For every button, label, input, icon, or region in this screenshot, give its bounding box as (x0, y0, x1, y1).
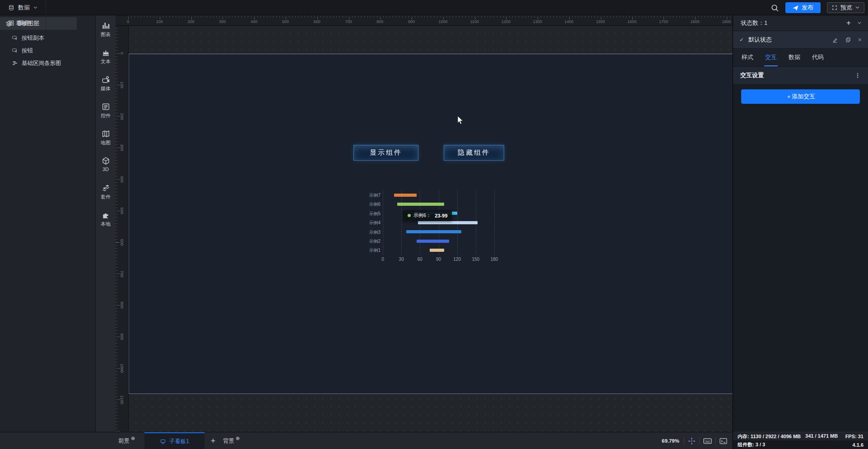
text-icon (102, 47, 110, 57)
state-count-row: 状态数：1 + (733, 15, 868, 31)
layer-item-label: 基础区间条形图 (22, 60, 61, 67)
add-board-button[interactable]: + (205, 432, 221, 449)
edit-pen-icon[interactable] (832, 37, 838, 43)
chart-category-label: 示例2 (363, 238, 381, 245)
keyboard-shortcuts-icon[interactable] (700, 437, 715, 444)
add-interaction-button[interactable]: ＋添加交互 (741, 89, 860, 104)
menu-ops[interactable]: 操作 (0, 15, 46, 31)
version-label: 4.1.6 (853, 442, 863, 448)
hide-component-button[interactable]: 隐藏组件 (444, 145, 504, 161)
map-icon (102, 128, 110, 138)
add-state-button[interactable]: + (846, 19, 851, 28)
chart-tooltip: 示例6： 23-99 (403, 210, 452, 221)
app-window: 项目数据操作 发布 预览 看板图层 按钮副本按钮基础区间条形图 图表文本媒体控件… (0, 0, 868, 449)
chart-axis-tick-label: 90 (436, 257, 441, 262)
sub-board-label: 子看板1 (169, 438, 189, 445)
kebab-menu-icon[interactable]: ⋮ (854, 72, 861, 79)
fit-to-screen-icon[interactable] (684, 437, 699, 445)
layer-panel: 看板图层 按钮副本按钮基础区间条形图 (0, 15, 95, 432)
chart-bar[interactable] (406, 230, 461, 233)
memory-stats-row: 内存: 1130 / 2922 / 4096 MB 341 / 1471 MB … (733, 432, 868, 440)
tool-地图[interactable]: 地图 (96, 128, 116, 155)
layer-item-label: 按钮 (22, 47, 33, 55)
media-icon (102, 74, 110, 84)
canvas-viewport[interactable]: 0100200300400500600700800900100011001200… (116, 15, 733, 432)
tool-label: 图表 (101, 31, 111, 38)
chart-bar[interactable] (397, 203, 444, 206)
chart-bar[interactable] (430, 249, 444, 252)
add-interaction-label: ＋添加交互 (786, 93, 815, 101)
layer-item[interactable]: 按钮 (0, 44, 95, 57)
v-ruler-label: 700 (120, 270, 124, 277)
copy-icon[interactable] (845, 37, 851, 43)
database-icon (8, 5, 14, 11)
button-icon (12, 35, 18, 41)
chart-bar[interactable] (418, 221, 478, 224)
h-ruler-label: 1800 (691, 19, 700, 24)
chart-bar[interactable] (417, 240, 449, 243)
tab-代码[interactable]: 代码 (811, 48, 825, 66)
fps-label: FPS: (845, 434, 857, 439)
v-ruler-label: 300 (120, 144, 124, 151)
chart-axis-tick-label: 60 (418, 257, 422, 262)
sub-board-tab[interactable]: 子看板1 (144, 432, 204, 449)
foreground-tab[interactable]: 前景 ⊕ (118, 432, 135, 449)
tool-媒体[interactable]: 媒体 (96, 74, 116, 101)
settings-panel: 状态数：1 + ✓ 默认状态 × 样式交互数据代码 交互设置 ⋮ ＋添加交互 (733, 15, 868, 449)
tool-套件[interactable]: 套件 (96, 182, 116, 209)
tab-交互[interactable]: 交互 (764, 48, 778, 66)
button-icon (12, 47, 18, 54)
tool-图表[interactable]: 图表 (96, 20, 116, 47)
board-icon (160, 439, 166, 444)
add-board-label: + (211, 436, 216, 446)
horizontal-ruler: 0100200300400500600700800900100011001200… (116, 15, 733, 26)
tool-本地[interactable]: 本地 (96, 209, 116, 236)
menu-group: 项目数据操作 (0, 0, 46, 31)
kit-icon (102, 182, 110, 192)
chart-gridline (494, 190, 495, 255)
tool-控件[interactable]: 控件 (96, 101, 116, 128)
show-component-button[interactable]: 显示组件 (353, 145, 418, 161)
console-icon[interactable] (716, 438, 731, 444)
chart-category-label: 示例5 (363, 211, 381, 217)
preview-button[interactable]: 预览 (827, 2, 864, 13)
tool-label: 3D (102, 167, 109, 172)
tool-文本[interactable]: 文本 (96, 47, 116, 74)
tooltip-series-dot (408, 214, 411, 217)
tab-数据[interactable]: 数据 (788, 48, 801, 66)
layer-list: 按钮副本按钮基础区间条形图 (0, 32, 95, 69)
chart-icon (102, 20, 110, 30)
v-ruler-label: 1000 (120, 364, 124, 373)
layer-item[interactable]: 基础区间条形图 (0, 57, 95, 69)
tab-样式[interactable]: 样式 (741, 48, 754, 66)
v-ruler-label: 100 (120, 81, 124, 88)
send-icon (793, 5, 798, 11)
h-ruler-label: 700 (345, 19, 352, 24)
publish-button[interactable]: 发布 (785, 2, 821, 13)
tool-3D[interactable]: 3D (96, 155, 116, 182)
canvas-zoom-controls: 69.79% (657, 432, 731, 449)
h-ruler-label: 1900 (722, 19, 731, 24)
fps-value: 31 (858, 434, 863, 439)
mouse-cursor (457, 116, 464, 125)
preview-label: 预览 (840, 4, 852, 12)
check-icon: ✓ (739, 37, 744, 43)
interaction-settings-title: 交互设置 (740, 71, 764, 79)
collapse-chevron-icon[interactable] (857, 22, 862, 24)
panel-spacer (733, 104, 868, 432)
circle-plus-icon[interactable]: ⊕ (131, 435, 135, 441)
menu-data[interactable]: 数据 (0, 0, 46, 15)
chart-bar[interactable] (394, 194, 417, 197)
default-state-row[interactable]: ✓ 默认状态 × (733, 31, 868, 49)
background-tab[interactable]: 背景 ⊕ (223, 432, 240, 449)
layer-item[interactable]: 按钮副本 (0, 32, 95, 44)
circle-plus-icon[interactable]: ⊕ (236, 435, 240, 441)
state-name: 默认状态 (748, 36, 772, 44)
close-icon[interactable]: × (858, 36, 862, 43)
tool-label: 地图 (101, 139, 111, 146)
show-component-label: 显示组件 (370, 148, 402, 157)
tool-label: 本地 (101, 221, 111, 227)
search-icon[interactable] (771, 4, 779, 12)
range-bar-chart[interactable]: 示例7示例6示例5示例4示例3示例2示例10306090120150180 (363, 190, 499, 266)
chart-axis-tick-label: 0 (381, 257, 384, 262)
